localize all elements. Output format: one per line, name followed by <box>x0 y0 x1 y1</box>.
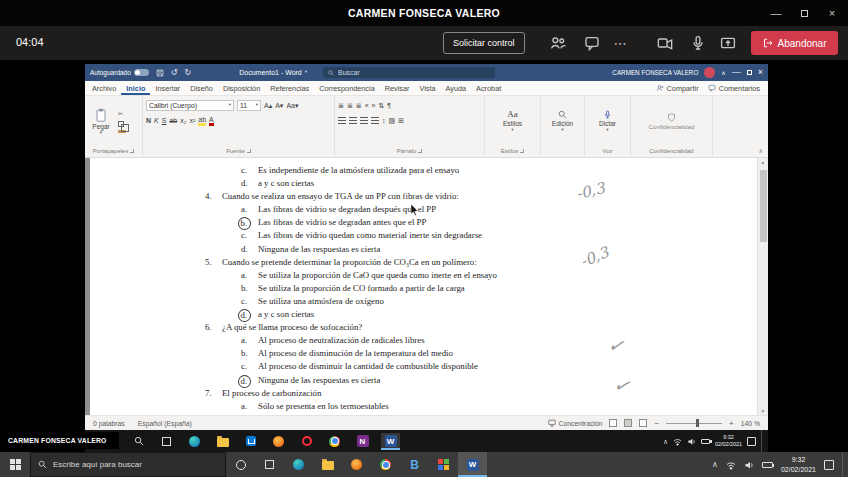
word-icon[interactable]: W <box>381 433 400 450</box>
dialog-launcher-icon[interactable] <box>247 149 251 153</box>
language-status[interactable]: Español (España) <box>138 420 192 427</box>
battery-icon[interactable] <box>701 439 710 444</box>
chrome-icon[interactable] <box>371 452 400 477</box>
sort-button[interactable]: ⇅ <box>378 102 384 109</box>
shrink-font-button[interactable]: A▾ <box>275 102 283 109</box>
confidentiality-button[interactable]: Confidencialidad <box>634 98 709 145</box>
zoom-level[interactable]: 140 % <box>741 420 760 427</box>
taskbar-search-box[interactable]: Escribe aquí para buscar <box>30 452 226 477</box>
edge-icon[interactable] <box>185 433 204 450</box>
firefox-icon[interactable] <box>269 433 288 450</box>
show-desktop-button[interactable] <box>761 430 765 452</box>
opera-icon[interactable] <box>297 433 316 450</box>
file-explorer-icon[interactable] <box>313 452 342 477</box>
change-case-button[interactable]: Aa▾ <box>286 102 298 109</box>
chrome-icon[interactable] <box>325 433 344 450</box>
grow-font-button[interactable]: A▴ <box>264 102 272 109</box>
ribbon-display-options-icon[interactable]: ∧ <box>721 70 725 76</box>
styles-button[interactable]: Aa Estilos ▾ <box>488 98 537 145</box>
firefox-icon[interactable] <box>342 452 371 477</box>
text-highlight-button[interactable]: ab <box>198 116 206 126</box>
read-mode-icon[interactable] <box>609 419 617 427</box>
mic-icon[interactable] <box>689 35 707 51</box>
outdent-button[interactable]: « <box>365 102 369 109</box>
tab-archivo[interactable]: Archivo <box>87 81 121 95</box>
multilevel-list-button[interactable]: ≣ <box>356 102 362 109</box>
align-center-button[interactable] <box>349 117 357 124</box>
copy-button[interactable] <box>118 121 124 127</box>
tab-vista[interactable]: Vista <box>414 81 440 95</box>
save-icon[interactable] <box>156 69 164 77</box>
start-button[interactable] <box>0 452 30 477</box>
share-screen-icon[interactable] <box>719 35 737 51</box>
redo-button[interactable]: ↻ <box>185 69 192 77</box>
scrollbar-thumb[interactable] <box>760 170 767 242</box>
tab-referencias[interactable]: Referencias <box>265 81 314 95</box>
more-options-icon[interactable]: ⋯ <box>611 35 629 51</box>
tab-disposicion[interactable]: Disposición <box>218 81 265 95</box>
action-center-icon[interactable] <box>824 460 834 470</box>
edge-icon[interactable] <box>284 452 313 477</box>
zoom-out-button[interactable]: − <box>654 419 659 428</box>
pilcrow-button[interactable]: ¶ <box>387 102 391 109</box>
maximize-button[interactable] <box>790 0 818 26</box>
strikethrough-button[interactable]: ab <box>169 117 177 124</box>
numbering-button[interactable]: ≣ <box>347 102 353 109</box>
remote-clock[interactable]: 9:32 02/02/2021 <box>715 434 742 449</box>
hidden-icons-caret[interactable]: ∧ <box>712 461 718 469</box>
dialog-launcher-icon[interactable] <box>520 149 524 153</box>
file-explorer-icon[interactable] <box>213 433 232 450</box>
bullets-button[interactable]: ≣ <box>338 102 344 109</box>
wifi-icon[interactable] <box>673 437 682 446</box>
align-left-button[interactable] <box>338 117 346 124</box>
wifi-icon[interactable] <box>726 460 736 470</box>
camera-icon[interactable] <box>656 35 674 51</box>
action-center-icon[interactable] <box>747 437 756 446</box>
battery-icon[interactable] <box>762 462 773 468</box>
underline-button[interactable]: S <box>162 117 167 124</box>
line-spacing-button[interactable]: ↕ <box>382 117 386 124</box>
indent-button[interactable]: » <box>372 102 376 109</box>
zoom-slider-thumb[interactable] <box>696 419 699 427</box>
chat-icon[interactable] <box>583 35 601 51</box>
font-color-button[interactable]: A <box>209 116 214 126</box>
document-page[interactable]: c.Es independiente de la atmósfera utili… <box>90 158 757 415</box>
tab-inicio[interactable]: Inicio <box>121 81 150 95</box>
store-icon[interactable] <box>241 433 260 450</box>
show-desktop-button[interactable] <box>842 452 846 477</box>
scroll-down-arrow[interactable]: ▾ <box>758 408 768 414</box>
tab-insertar[interactable]: Insertar <box>150 81 185 95</box>
minimize-button[interactable]: — <box>762 0 790 26</box>
participants-icon[interactable] <box>549 35 567 51</box>
app-icon-b[interactable]: B <box>400 452 429 477</box>
print-layout-icon[interactable] <box>624 419 632 427</box>
vertical-scrollbar[interactable]: ▴ ▾ <box>757 158 768 415</box>
app-icon-grid[interactable] <box>429 452 458 477</box>
avatar[interactable] <box>704 67 715 78</box>
justify-button[interactable] <box>371 117 379 124</box>
superscript-button[interactable]: x² <box>189 117 195 124</box>
hidden-icons-caret[interactable]: ∧ <box>663 438 668 445</box>
word-icon[interactable]: W <box>458 452 487 477</box>
task-view-icon[interactable] <box>255 452 284 477</box>
account-name[interactable]: CARMEN FONSECA VALERO <box>612 69 698 76</box>
font-name-select[interactable]: Calibri (Cuerpo)▾ <box>146 100 234 111</box>
paste-button[interactable]: Pegar ▾ <box>88 98 114 145</box>
align-right-button[interactable] <box>360 117 368 124</box>
word-minimize-button[interactable]: — <box>732 68 741 77</box>
close-button[interactable]: × <box>818 0 846 26</box>
web-layout-icon[interactable] <box>639 419 647 427</box>
zoom-slider[interactable] <box>666 423 722 424</box>
dictate-button[interactable]: Dictar ▾ <box>588 98 627 145</box>
task-view-icon[interactable] <box>157 433 176 450</box>
word-count[interactable]: 0 palabras <box>93 420 125 427</box>
dialog-launcher-icon[interactable] <box>130 149 134 153</box>
autosave-toggle[interactable] <box>134 69 149 76</box>
request-control-button[interactable]: Solicitar control <box>443 32 525 54</box>
dialog-launcher-icon[interactable] <box>418 149 422 153</box>
tab-diseno[interactable]: Diseño <box>185 81 218 95</box>
share-button[interactable]: Compartir <box>656 84 699 93</box>
cut-button[interactable]: ✂ <box>118 110 126 118</box>
subscript-button[interactable]: x₂ <box>180 117 186 124</box>
cortana-icon[interactable] <box>226 452 255 477</box>
